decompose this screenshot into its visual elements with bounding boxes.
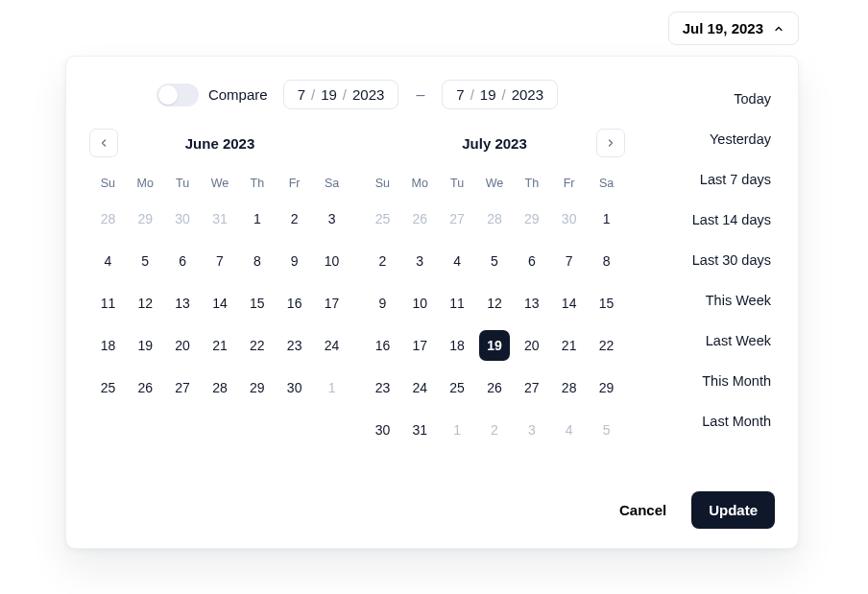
calendar-day[interactable]: 31 <box>205 203 235 234</box>
calendar-day[interactable]: 16 <box>279 288 310 319</box>
calendar-day[interactable]: 26 <box>404 203 435 234</box>
calendar-day[interactable]: 25 <box>367 203 398 234</box>
calendar-day[interactable]: 1 <box>317 372 348 403</box>
calendar-day[interactable]: 31 <box>404 415 435 445</box>
calendar-day[interactable]: 14 <box>554 288 585 319</box>
weekday-header: Fr <box>276 177 313 194</box>
calendar-day[interactable]: 17 <box>317 288 348 319</box>
preset-option[interactable]: This Week <box>644 283 775 318</box>
calendar-day[interactable]: 11 <box>92 288 123 319</box>
prev-month-button[interactable] <box>89 129 118 157</box>
calendar-day[interactable]: 21 <box>554 330 585 361</box>
calendar-day[interactable]: 22 <box>242 330 273 361</box>
calendar-day[interactable]: 27 <box>517 372 547 403</box>
calendar-day[interactable]: 6 <box>167 246 198 276</box>
calendar-day[interactable]: 10 <box>317 246 348 276</box>
calendar-day[interactable]: 12 <box>130 288 160 319</box>
calendar-day[interactable]: 4 <box>554 415 585 445</box>
calendar-day[interactable]: 27 <box>442 203 472 234</box>
preset-option[interactable]: Last 7 days <box>644 162 775 197</box>
calendar-day[interactable]: 24 <box>404 372 435 403</box>
calendar-day[interactable]: 12 <box>479 288 510 319</box>
next-month-button[interactable] <box>596 129 625 157</box>
month-title: June 2023 <box>185 135 255 152</box>
calendar-day[interactable]: 4 <box>92 246 123 276</box>
preset-option[interactable]: This Month <box>644 364 775 398</box>
start-date-input[interactable]: 7 / 19 / 2023 <box>283 80 399 109</box>
calendar-day[interactable]: 7 <box>554 246 585 276</box>
calendar-day[interactable]: 9 <box>279 246 310 276</box>
chevron-up-icon <box>773 23 784 35</box>
calendar-day[interactable]: 5 <box>591 415 622 445</box>
calendar-day[interactable]: 14 <box>205 288 235 319</box>
calendar-day[interactable]: 29 <box>517 203 547 234</box>
calendar-day[interactable]: 21 <box>205 330 235 361</box>
calendar-day[interactable]: 5 <box>130 246 160 276</box>
calendar-day[interactable]: 28 <box>92 203 123 234</box>
calendar-day-selected[interactable]: 19 <box>479 330 510 361</box>
preset-option[interactable]: Last Week <box>644 323 775 358</box>
calendar-day[interactable]: 4 <box>442 246 472 276</box>
compare-toggle[interactable] <box>157 83 199 107</box>
calendar-day[interactable]: 2 <box>479 415 510 445</box>
calendar-day[interactable]: 5 <box>479 246 510 276</box>
preset-option[interactable]: Yesterday <box>644 122 775 156</box>
calendar-day[interactable]: 3 <box>317 203 348 234</box>
calendar-day[interactable]: 10 <box>404 288 435 319</box>
calendar-day[interactable]: 7 <box>205 246 235 276</box>
preset-option[interactable]: Last 14 days <box>644 202 775 237</box>
calendar-day[interactable]: 8 <box>242 246 273 276</box>
calendar-day[interactable]: 20 <box>167 330 198 361</box>
calendar-day[interactable]: 26 <box>130 372 160 403</box>
calendar-day[interactable]: 11 <box>442 288 472 319</box>
preset-option[interactable]: Last 30 days <box>644 243 775 277</box>
calendar-day[interactable]: 16 <box>367 330 398 361</box>
calendar-day[interactable]: 23 <box>279 330 310 361</box>
calendar-day[interactable]: 24 <box>317 330 348 361</box>
calendar-day[interactable]: 30 <box>279 372 310 403</box>
weekday-header: We <box>202 177 239 194</box>
calendar-day[interactable]: 15 <box>591 288 622 319</box>
calendar-day[interactable]: 19 <box>130 330 160 361</box>
calendar-day[interactable]: 29 <box>591 372 622 403</box>
calendar-day[interactable]: 3 <box>404 246 435 276</box>
preset-option[interactable]: Last Month <box>644 404 775 439</box>
calendar-day[interactable]: 9 <box>367 288 398 319</box>
calendar-day[interactable]: 29 <box>130 203 160 234</box>
calendar-day[interactable]: 18 <box>92 330 123 361</box>
calendar-day[interactable]: 30 <box>167 203 198 234</box>
calendar-day[interactable]: 15 <box>242 288 273 319</box>
calendar-day[interactable]: 13 <box>517 288 547 319</box>
controls-row: Compare 7 / 19 / 2023 – 7 / 19 / 2023 <box>89 80 625 109</box>
calendar-day[interactable]: 13 <box>167 288 198 319</box>
calendar-day[interactable]: 6 <box>517 246 547 276</box>
calendar-day[interactable]: 27 <box>167 372 198 403</box>
calendar-day[interactable]: 28 <box>479 203 510 234</box>
calendar-day[interactable]: 22 <box>591 330 622 361</box>
calendar-day[interactable]: 1 <box>591 203 622 234</box>
update-button[interactable]: Update <box>691 491 775 529</box>
calendar-day[interactable]: 28 <box>205 372 235 403</box>
calendar-day[interactable]: 30 <box>554 203 585 234</box>
calendar-day[interactable]: 2 <box>367 246 398 276</box>
calendar-day[interactable]: 30 <box>367 415 398 445</box>
calendar-day[interactable]: 1 <box>442 415 472 445</box>
calendar-day[interactable]: 26 <box>479 372 510 403</box>
calendar-day[interactable]: 25 <box>442 372 472 403</box>
calendar-day[interactable]: 1 <box>242 203 273 234</box>
calendar-day[interactable]: 29 <box>242 372 273 403</box>
calendar-day[interactable]: 8 <box>591 246 622 276</box>
calendar-day[interactable]: 23 <box>367 372 398 403</box>
calendar-day[interactable]: 18 <box>442 330 472 361</box>
calendar-day[interactable]: 28 <box>554 372 585 403</box>
date-trigger-button[interactable]: Jul 19, 2023 <box>668 12 799 45</box>
calendar-day[interactable]: 2 <box>279 203 310 234</box>
calendar-day[interactable]: 25 <box>92 372 123 403</box>
calendar-day[interactable]: 3 <box>517 415 547 445</box>
calendar-month: July 2023SuMoTuWeThFrSa25262728293012345… <box>364 127 625 455</box>
calendar-day[interactable]: 20 <box>517 330 547 361</box>
calendar-day[interactable]: 17 <box>404 330 435 361</box>
preset-option[interactable]: Today <box>644 82 775 116</box>
end-date-input[interactable]: 7 / 19 / 2023 <box>442 80 558 109</box>
cancel-button[interactable]: Cancel <box>612 492 674 528</box>
